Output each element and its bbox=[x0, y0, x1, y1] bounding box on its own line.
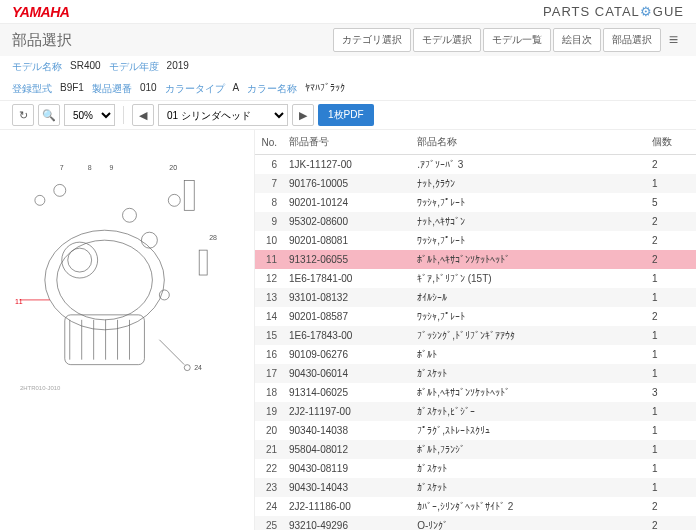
gear-icon: ⚙ bbox=[640, 4, 653, 19]
table-row[interactable]: 192J2-11197-00ｶﾞｽｹｯﾄ,ﾋﾞｼﾞｰ1 bbox=[255, 402, 696, 421]
cell-no: 14 bbox=[255, 307, 283, 326]
cell-name: ｷﾞｱ,ﾄﾞﾘﾌﾞﾝ (15T) bbox=[411, 269, 646, 288]
cell-partno: 1JK-11127-00 bbox=[283, 155, 411, 175]
type-label: 登録型式 bbox=[12, 82, 52, 96]
colorname-label: カラー名称 bbox=[247, 82, 297, 96]
cell-partno: 90201-08587 bbox=[283, 307, 411, 326]
nav-category[interactable]: カテゴリ選択 bbox=[333, 28, 411, 52]
cell-no: 17 bbox=[255, 364, 283, 383]
cell-name: ｶﾞｽｹｯﾄ bbox=[411, 459, 646, 478]
table-row[interactable]: 1090201-08081ﾜｯｼｬ,ﾌﾟﾚｰﾄ2 bbox=[255, 231, 696, 250]
colorname-value: ﾔﾏﾊﾌﾞﾗｯｸ bbox=[305, 82, 345, 96]
cell-qty: 1 bbox=[646, 326, 696, 345]
table-row[interactable]: 242J2-11186-00ｶﾊﾞｰ,ｼﾘﾝﾀﾞﾍｯﾄﾞｻｲﾄﾞ 22 bbox=[255, 497, 696, 516]
svg-point-14 bbox=[35, 195, 45, 205]
table-row[interactable]: 1191312-06055ﾎﾞﾙﾄ,ﾍｷｻｺﾞﾝｿｹｯﾄﾍｯﾄﾞ2 bbox=[255, 250, 696, 269]
cell-qty: 2 bbox=[646, 497, 696, 516]
next-icon[interactable]: ▶ bbox=[292, 104, 314, 126]
pdf-button[interactable]: 1枚PDF bbox=[318, 104, 374, 126]
svg-point-21 bbox=[184, 365, 190, 371]
table-row[interactable]: 2090340-14038ﾌﾟﾗｸﾞ,ｽﾄﾚｰﾄｽｸﾘｭ1 bbox=[255, 421, 696, 440]
table-row[interactable]: 790176-10005ﾅｯﾄ,ｸﾗｳﾝ1 bbox=[255, 174, 696, 193]
cell-qty: 1 bbox=[646, 478, 696, 497]
table-row[interactable]: 2593210-49296O-ﾘﾝｸﾞ2 bbox=[255, 516, 696, 530]
nav-model-list[interactable]: モデル一覧 bbox=[483, 28, 551, 52]
prev-icon[interactable]: ◀ bbox=[132, 104, 154, 126]
cell-qty: 3 bbox=[646, 383, 696, 402]
nav-fig-index[interactable]: 絵目次 bbox=[553, 28, 601, 52]
cell-no: 16 bbox=[255, 345, 283, 364]
svg-point-13 bbox=[54, 184, 66, 196]
part-diagram[interactable]: 2HTR010-J010 11 7 8 9 20 28 24 bbox=[0, 130, 255, 530]
cell-partno: 93210-49296 bbox=[283, 516, 411, 530]
cell-partno: 91312-06055 bbox=[283, 250, 411, 269]
cell-no: 15 bbox=[255, 326, 283, 345]
cell-partno: 95804-08012 bbox=[283, 440, 411, 459]
zoom-icon[interactable]: 🔍 bbox=[38, 104, 60, 126]
cell-partno: 1E6-17843-00 bbox=[283, 326, 411, 345]
cell-no: 18 bbox=[255, 383, 283, 402]
table-row[interactable]: 61JK-11127-00.ｱﾌﾞｿｰﾊﾞ 32 bbox=[255, 155, 696, 175]
cell-partno: 2J2-11186-00 bbox=[283, 497, 411, 516]
cell-no: 9 bbox=[255, 212, 283, 231]
table-row[interactable]: 121E6-17841-00ｷﾞｱ,ﾄﾞﾘﾌﾞﾝ (15T)1 bbox=[255, 269, 696, 288]
cell-no: 24 bbox=[255, 497, 283, 516]
cell-no: 11 bbox=[255, 250, 283, 269]
zoom-select[interactable]: 50% bbox=[64, 104, 115, 126]
col-no: No. bbox=[255, 130, 283, 155]
col-partno: 部品番号 bbox=[283, 130, 411, 155]
table-row[interactable]: 995302-08600ﾅｯﾄ,ﾍｷｻｺﾞﾝ2 bbox=[255, 212, 696, 231]
cell-name: .ｱﾌﾞｿｰﾊﾞ 3 bbox=[411, 155, 646, 175]
refresh-icon[interactable]: ↻ bbox=[12, 104, 34, 126]
table-row[interactable]: 151E6-17843-00ﾌﾞｯｼﾝｸﾞ,ﾄﾞﾘﾌﾞﾝｷﾞｱｱｳﾀ1 bbox=[255, 326, 696, 345]
table-row[interactable]: 2195804-08012ﾎﾞﾙﾄ,ﾌﾗﾝｼﾞ1 bbox=[255, 440, 696, 459]
svg-text:2HTR010-J010: 2HTR010-J010 bbox=[20, 385, 61, 391]
cell-qty: 2 bbox=[646, 307, 696, 326]
cell-partno: 91314-06025 bbox=[283, 383, 411, 402]
cell-qty: 1 bbox=[646, 364, 696, 383]
cell-no: 6 bbox=[255, 155, 283, 175]
code-label: 製品遡番 bbox=[92, 82, 132, 96]
main-content: 2HTR010-J010 11 7 8 9 20 28 24 No. 部品番号 … bbox=[0, 130, 696, 530]
cell-name: ﾌﾟﾗｸﾞ,ｽﾄﾚｰﾄｽｸﾘｭ bbox=[411, 421, 646, 440]
svg-point-11 bbox=[141, 232, 157, 248]
colortype-value: A bbox=[233, 82, 240, 96]
table-row[interactable]: 1790430-06014ｶﾞｽｹｯﾄ1 bbox=[255, 364, 696, 383]
svg-text:24: 24 bbox=[194, 364, 202, 371]
cell-partno: 90109-06276 bbox=[283, 345, 411, 364]
table-row[interactable]: 2290430-08119ｶﾞｽｹｯﾄ1 bbox=[255, 459, 696, 478]
cell-qty: 1 bbox=[646, 440, 696, 459]
table-row[interactable]: 1690109-06276ﾎﾞﾙﾄ1 bbox=[255, 345, 696, 364]
cell-partno: 90430-06014 bbox=[283, 364, 411, 383]
model-value: SR400 bbox=[70, 60, 101, 74]
cell-no: 10 bbox=[255, 231, 283, 250]
cell-name: ｶﾞｽｹｯﾄ,ﾋﾞｼﾞｰ bbox=[411, 402, 646, 421]
table-row[interactable]: 890201-10124ﾜｯｼｬ,ﾌﾟﾚｰﾄ5 bbox=[255, 193, 696, 212]
section-select[interactable]: 01 シリンダヘッド bbox=[158, 104, 288, 126]
parts-table-scroll[interactable]: No. 部品番号 部品名称 個数 61JK-11127-00.ｱﾌﾞｿｰﾊﾞ 3… bbox=[255, 130, 696, 530]
svg-rect-18 bbox=[184, 180, 194, 210]
cell-no: 8 bbox=[255, 193, 283, 212]
cell-no: 13 bbox=[255, 288, 283, 307]
cell-name: ﾅｯﾄ,ｸﾗｳﾝ bbox=[411, 174, 646, 193]
app-header: YAMAHA PARTS CATAL⚙GUE bbox=[0, 0, 696, 24]
cell-name: ﾜｯｼｬ,ﾌﾟﾚｰﾄ bbox=[411, 307, 646, 326]
svg-text:8: 8 bbox=[88, 164, 92, 171]
nav-parts-select[interactable]: 部品選択 bbox=[603, 28, 661, 52]
table-row[interactable]: 1490201-08587ﾜｯｼｬ,ﾌﾟﾚｰﾄ2 bbox=[255, 307, 696, 326]
svg-text:11: 11 bbox=[15, 298, 23, 305]
cell-no: 21 bbox=[255, 440, 283, 459]
cell-qty: 1 bbox=[646, 288, 696, 307]
hamburger-icon[interactable]: ≡ bbox=[663, 31, 684, 49]
cell-no: 20 bbox=[255, 421, 283, 440]
table-row[interactable]: 1891314-06025ﾎﾞﾙﾄ,ﾍｷｻｺﾞﾝｿｹｯﾄﾍｯﾄﾞ3 bbox=[255, 383, 696, 402]
table-row[interactable]: 2390430-14043ｶﾞｽｹｯﾄ1 bbox=[255, 478, 696, 497]
cell-qty: 2 bbox=[646, 250, 696, 269]
cell-name: ﾎﾞﾙﾄ bbox=[411, 345, 646, 364]
cell-name: ﾎﾞﾙﾄ,ﾍｷｻｺﾞﾝｿｹｯﾄﾍｯﾄﾞ bbox=[411, 250, 646, 269]
table-row[interactable]: 1393101-08132ｵｲﾙｼｰﾙ1 bbox=[255, 288, 696, 307]
cell-no: 22 bbox=[255, 459, 283, 478]
cell-qty: 2 bbox=[646, 516, 696, 530]
nav-model-select[interactable]: モデル選択 bbox=[413, 28, 481, 52]
svg-rect-4 bbox=[65, 315, 145, 365]
